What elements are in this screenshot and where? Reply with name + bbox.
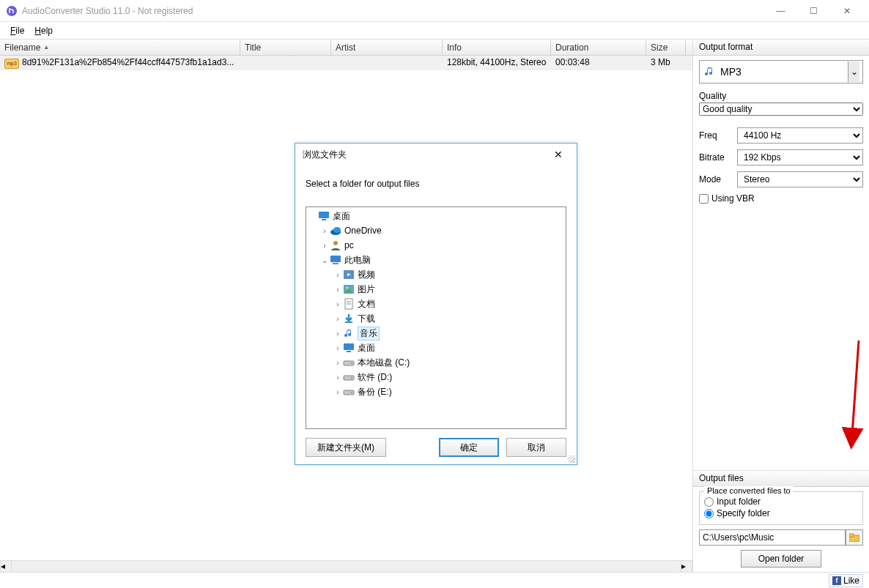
menu-file[interactable]: File	[6, 24, 29, 37]
svg-rect-9	[333, 263, 339, 264]
menu-bar: File Help	[0, 22, 869, 40]
expand-icon[interactable]: ›	[333, 388, 343, 396]
svg-rect-3	[319, 212, 329, 218]
expand-icon[interactable]: ›	[333, 373, 343, 382]
expand-icon[interactable]: ›	[333, 315, 343, 323]
tree-item[interactable]: ›音乐	[306, 326, 566, 340]
download-icon	[343, 313, 355, 324]
output-format-header: Output format	[693, 40, 869, 56]
tree-item[interactable]: ›本地磁盘 (C:)	[306, 355, 566, 370]
tree-item[interactable]: ›OneDrive	[306, 223, 566, 238]
svg-rect-2	[849, 534, 854, 537]
menu-help[interactable]: Help	[30, 24, 57, 37]
freq-label: Freq	[699, 130, 737, 141]
window-title: AudioConverter Studio 11.0 - Not registe…	[22, 6, 764, 16]
tree-item[interactable]: ⌄此电脑	[306, 253, 566, 267]
status-bar: f Like	[0, 572, 869, 588]
expand-icon[interactable]: ›	[333, 300, 343, 308]
tree-item[interactable]: ›图片	[306, 282, 566, 297]
maximize-button[interactable]: ☐	[797, 0, 830, 22]
col-info[interactable]: Info	[443, 40, 551, 55]
using-vbr-checkbox[interactable]	[699, 194, 709, 204]
cancel-button[interactable]: 取消	[506, 438, 566, 457]
expand-icon[interactable]: ›	[319, 227, 330, 235]
tree-item[interactable]: ›下载	[306, 311, 566, 326]
docs-icon	[343, 298, 355, 310]
settings-panel: Output format MP3 ⌄ Quality Good quality…	[693, 40, 869, 572]
chevron-down-icon: ⌄	[848, 62, 859, 82]
onedrive-icon	[330, 225, 341, 237]
close-button[interactable]: ✕	[830, 0, 863, 22]
tree-item[interactable]: 桌面	[306, 209, 566, 223]
col-artist[interactable]: Artist	[331, 40, 443, 55]
folder-tree[interactable]: 桌面›OneDrive›pc⌄此电脑›视频›图片›文档›下载›音乐›桌面›本地磁…	[306, 206, 566, 429]
dialog-titlebar[interactable]: 浏览文件夹 ✕	[295, 144, 577, 165]
pictures-icon	[343, 283, 355, 295]
tree-item[interactable]: ›桌面	[306, 340, 566, 355]
tree-item-label: 下载	[358, 313, 375, 325]
svg-point-13	[347, 287, 349, 289]
horizontal-scrollbar[interactable]: ◂▸	[0, 560, 692, 572]
expand-icon[interactable]: ›	[333, 330, 343, 338]
tree-item[interactable]: ›文档	[306, 297, 566, 311]
folder-icon	[849, 533, 859, 542]
resize-grip[interactable]	[568, 455, 575, 463]
quality-label: Quality	[699, 91, 863, 101]
tree-item-label: 视频	[358, 269, 375, 281]
tree-item-label: 此电脑	[344, 254, 371, 267]
col-title[interactable]: Title	[240, 40, 331, 55]
dialog-instruction: Select a folder for output files	[306, 170, 566, 206]
expand-icon[interactable]: ›	[319, 242, 330, 250]
desktop-icon	[318, 210, 330, 222]
facebook-like-button[interactable]: f Like	[829, 574, 863, 587]
radio-input-folder[interactable]	[704, 497, 714, 507]
expand-icon[interactable]: ⌄	[319, 256, 330, 264]
expand-icon[interactable]: ›	[333, 359, 343, 367]
ok-button[interactable]: 确定	[439, 438, 499, 457]
mode-select[interactable]: Stereo	[737, 171, 863, 187]
table-row[interactable]: mp38d91%2F131a%2Fb854%2Ff44ccff447573fb1…	[0, 56, 692, 70]
output-path-input[interactable]	[699, 529, 846, 546]
col-size[interactable]: Size	[646, 40, 686, 55]
quality-select[interactable]: Good quality	[699, 103, 863, 116]
mode-label: Mode	[699, 174, 737, 185]
drive-icon	[343, 357, 355, 368]
facebook-icon: f	[832, 576, 841, 585]
user-icon	[330, 239, 341, 251]
minimize-button[interactable]: —	[764, 0, 797, 22]
output-format-select[interactable]: MP3 ⌄	[699, 60, 863, 83]
col-filename[interactable]: Filename▲	[0, 40, 240, 55]
svg-rect-8	[330, 256, 341, 262]
open-folder-button[interactable]: Open folder	[741, 550, 821, 567]
drive-icon	[343, 371, 355, 383]
video-icon	[343, 269, 355, 280]
svg-point-22	[351, 362, 352, 364]
svg-point-6	[333, 227, 341, 233]
tree-item[interactable]: ›pc	[306, 238, 566, 253]
svg-rect-20	[347, 351, 351, 352]
browse-folder-button[interactable]	[846, 529, 863, 546]
desktop2-icon	[343, 342, 355, 354]
col-duration[interactable]: Duration	[551, 40, 646, 55]
bitrate-select[interactable]: 192 Kbps	[737, 149, 863, 165]
tree-item[interactable]: ›软件 (D:)	[306, 370, 566, 384]
music-icon	[343, 327, 355, 339]
bitrate-label: Bitrate	[699, 152, 737, 163]
expand-icon[interactable]: ›	[333, 271, 343, 279]
radio-specify-folder[interactable]	[704, 509, 714, 518]
using-vbr-label: Using VBR	[711, 193, 755, 204]
expand-icon[interactable]: ›	[333, 286, 343, 294]
tree-item-label: 备份 (E:)	[358, 386, 392, 398]
freq-select[interactable]: 44100 Hz	[737, 127, 863, 144]
window-titlebar: AudioConverter Studio 11.0 - Not registe…	[0, 0, 869, 22]
new-folder-button[interactable]: 新建文件夹(M)	[306, 438, 386, 457]
dialog-close-button[interactable]: ✕	[547, 149, 569, 160]
tree-item-label: 软件 (D:)	[358, 371, 392, 384]
tree-item-label: 文档	[358, 298, 375, 310]
svg-point-24	[351, 377, 352, 379]
tree-item[interactable]: ›备份 (E:)	[306, 384, 566, 399]
expand-icon[interactable]: ›	[333, 344, 343, 352]
mp3-icon: mp3	[4, 59, 19, 69]
tree-item-label: 图片	[358, 283, 375, 296]
tree-item[interactable]: ›视频	[306, 267, 566, 282]
